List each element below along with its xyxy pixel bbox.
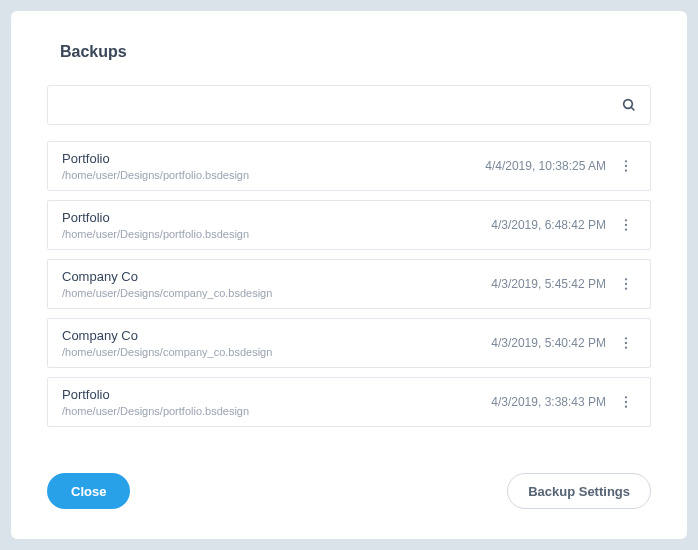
backup-item-path: /home/user/Designs/portfolio.bsdesign bbox=[62, 228, 483, 240]
backup-item-name: Portfolio bbox=[62, 210, 483, 225]
svg-point-9 bbox=[625, 283, 627, 285]
more-icon[interactable] bbox=[614, 213, 638, 237]
more-icon[interactable] bbox=[614, 390, 638, 414]
backup-item-time: 4/3/2019, 6:48:42 PM bbox=[491, 218, 606, 232]
backup-list-item[interactable]: Portfolio /home/user/Designs/portfolio.b… bbox=[47, 141, 651, 191]
svg-point-4 bbox=[625, 170, 627, 172]
svg-point-3 bbox=[625, 165, 627, 167]
svg-point-14 bbox=[625, 396, 627, 398]
svg-point-6 bbox=[625, 224, 627, 226]
svg-point-2 bbox=[625, 160, 627, 162]
backup-item-time: 4/3/2019, 5:45:42 PM bbox=[491, 277, 606, 291]
backup-list-item[interactable]: Portfolio /home/user/Designs/portfolio.b… bbox=[47, 377, 651, 427]
backup-list: Portfolio /home/user/Designs/portfolio.b… bbox=[47, 141, 651, 427]
svg-point-16 bbox=[625, 406, 627, 408]
backup-item-path: /home/user/Designs/portfolio.bsdesign bbox=[62, 169, 477, 181]
backup-item-time: 4/3/2019, 5:40:42 PM bbox=[491, 336, 606, 350]
dialog-footer: Close Backup Settings bbox=[47, 473, 651, 509]
backup-item-path: /home/user/Designs/company_co.bsdesign bbox=[62, 287, 483, 299]
svg-point-0 bbox=[624, 100, 633, 109]
more-icon[interactable] bbox=[614, 272, 638, 296]
svg-line-1 bbox=[631, 107, 634, 110]
backups-dialog: Backups Portfolio /home/user/Designs/por… bbox=[11, 11, 687, 539]
backup-item-path: /home/user/Designs/portfolio.bsdesign bbox=[62, 405, 483, 417]
backup-list-item[interactable]: Company Co /home/user/Designs/company_co… bbox=[47, 259, 651, 309]
svg-point-10 bbox=[625, 288, 627, 290]
backup-item-name: Portfolio bbox=[62, 151, 477, 166]
svg-point-8 bbox=[625, 278, 627, 280]
svg-point-12 bbox=[625, 342, 627, 344]
close-button[interactable]: Close bbox=[47, 473, 130, 509]
page-title: Backups bbox=[47, 43, 651, 61]
backup-settings-button[interactable]: Backup Settings bbox=[507, 473, 651, 509]
backup-item-time: 4/4/2019, 10:38:25 AM bbox=[485, 159, 606, 173]
backup-item-name: Company Co bbox=[62, 269, 483, 284]
svg-point-7 bbox=[625, 229, 627, 231]
search-icon[interactable] bbox=[621, 97, 637, 113]
more-icon[interactable] bbox=[614, 154, 638, 178]
backup-item-path: /home/user/Designs/company_co.bsdesign bbox=[62, 346, 483, 358]
backup-item-name: Portfolio bbox=[62, 387, 483, 402]
backup-item-time: 4/3/2019, 3:38:43 PM bbox=[491, 395, 606, 409]
svg-point-11 bbox=[625, 337, 627, 339]
svg-point-13 bbox=[625, 347, 627, 349]
backup-list-item[interactable]: Portfolio /home/user/Designs/portfolio.b… bbox=[47, 200, 651, 250]
svg-point-5 bbox=[625, 219, 627, 221]
backup-list-item[interactable]: Company Co /home/user/Designs/company_co… bbox=[47, 318, 651, 368]
backup-item-name: Company Co bbox=[62, 328, 483, 343]
search-wrap bbox=[47, 85, 651, 125]
svg-point-15 bbox=[625, 401, 627, 403]
search-input[interactable] bbox=[47, 85, 651, 125]
more-icon[interactable] bbox=[614, 331, 638, 355]
